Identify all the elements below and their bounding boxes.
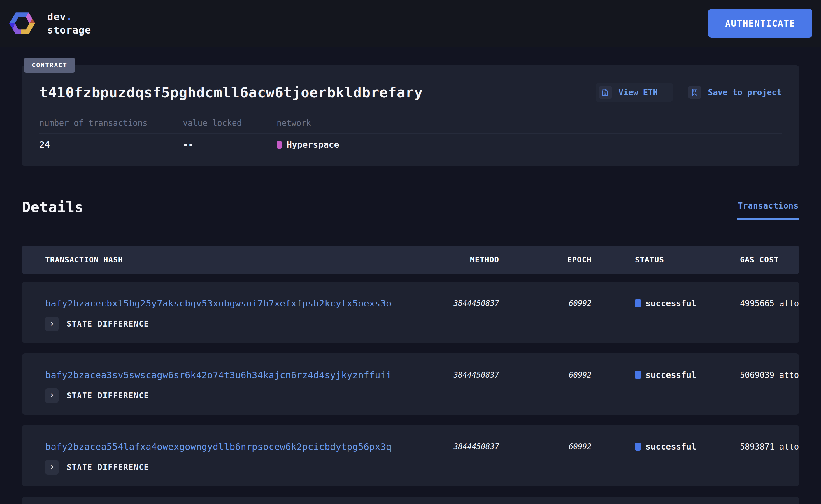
method-value: 3844450837 [412, 371, 499, 379]
method-value: 3844450837 [412, 442, 499, 451]
contract-card: CONTRACT t410fzbpuzdqsf5pghdcmll6acw6tjo… [22, 65, 799, 166]
column-method: METHOD [412, 255, 499, 264]
view-eth-label: View ETH [619, 88, 658, 97]
authenticate-button[interactable]: AUTHENTICATE [708, 9, 812, 38]
epoch-value: 60992 [499, 371, 591, 379]
status-badge: successful [635, 370, 740, 380]
chevron-right-icon[interactable]: › [45, 388, 59, 403]
epoch-value: 60992 [499, 299, 591, 308]
method-value: 3844450837 [412, 299, 499, 308]
logo-dot: . [66, 11, 72, 22]
transaction-hash-link[interactable]: bafy2bzacecbxl5bg25y7akscbqv53xobgwsoi7b… [45, 298, 392, 309]
network-dot-icon [277, 141, 282, 149]
contract-badge: CONTRACT [24, 58, 75, 73]
stats-divider [39, 133, 782, 134]
document-eye-icon [598, 86, 612, 99]
transaction-hash-link[interactable]: bafy2bzacea3sv5swscagw6sr6k42o74t3u6h34k… [45, 370, 392, 380]
state-difference-expander[interactable]: › STATE DIFFERENCE [45, 317, 799, 331]
top-bar: dev.storage AUTHENTICATE [0, 0, 821, 47]
logo-wordmark: dev.storage [47, 10, 91, 37]
chevron-right-icon[interactable]: › [45, 460, 59, 475]
save-to-project-button[interactable]: Save to project [688, 86, 782, 99]
column-transaction-hash: TRANSACTION HASH [45, 255, 412, 264]
table-row: bafy2bzacea554lafxa4owexgowngydllb6nrpso… [22, 425, 799, 486]
table-row: bafy2bzacecbxl5bg25y7akscbqv53xobgwsoi7b… [22, 282, 799, 343]
gas-cost-value: 4995665 atto [740, 299, 799, 308]
gas-cost-value: 5893871 atto [740, 442, 799, 452]
stat-value-transactions: 24 [39, 140, 183, 150]
chevron-right-icon[interactable]: › [45, 317, 59, 331]
view-eth-button[interactable]: View ETH [595, 83, 673, 102]
state-difference-expander[interactable]: › STATE DIFFERENCE [45, 460, 799, 475]
network-name: Hyperspace [287, 140, 339, 150]
stat-label-transactions: number of transactions [39, 118, 183, 128]
state-difference-label: STATE DIFFERENCE [67, 391, 149, 400]
save-to-project-label: Save to project [708, 88, 782, 97]
table-row-partial [22, 497, 799, 504]
bookmark-code-icon [688, 86, 702, 99]
hexagon-logo-icon [9, 10, 36, 37]
status-badge: successful [635, 442, 740, 452]
stat-label-value-locked: value locked [183, 118, 277, 128]
epoch-value: 60992 [499, 442, 591, 451]
status-badge: successful [635, 298, 740, 308]
transaction-hash-link[interactable]: bafy2bzacea554lafxa4owexgowngydllb6nrpso… [45, 441, 392, 452]
status-dot-icon [635, 299, 641, 307]
tab-transactions[interactable]: Transactions [737, 199, 799, 220]
table-row: bafy2bzacea3sv5swscagw6sr6k42o74t3u6h34k… [22, 353, 799, 415]
contract-address: t410fzbpuzdqsf5pghdcmll6acw6tjoerbkldbre… [39, 84, 423, 101]
stat-value-network: Hyperspace [277, 140, 782, 150]
gas-cost-value: 5069039 atto [740, 370, 799, 380]
status-text: successful [646, 370, 697, 380]
status-dot-icon [635, 371, 641, 379]
logo-line1: dev [47, 11, 66, 22]
logo-line2: storage [47, 24, 91, 36]
state-difference-expander[interactable]: › STATE DIFFERENCE [45, 388, 799, 403]
stat-value-value-locked: -- [183, 140, 277, 150]
app-logo[interactable]: dev.storage [9, 10, 91, 37]
status-text: successful [646, 298, 697, 308]
column-epoch: EPOCH [499, 255, 591, 264]
state-difference-label: STATE DIFFERENCE [67, 320, 149, 328]
stat-label-network: network [277, 118, 782, 128]
column-status: STATUS [591, 255, 740, 264]
status-dot-icon [635, 443, 641, 451]
table-header: TRANSACTION HASH METHOD EPOCH STATUS GAS… [22, 246, 799, 274]
state-difference-label: STATE DIFFERENCE [67, 463, 149, 472]
status-text: successful [646, 442, 697, 452]
page-title: Details [22, 199, 83, 216]
column-gas-cost: GAS COST [740, 255, 799, 264]
